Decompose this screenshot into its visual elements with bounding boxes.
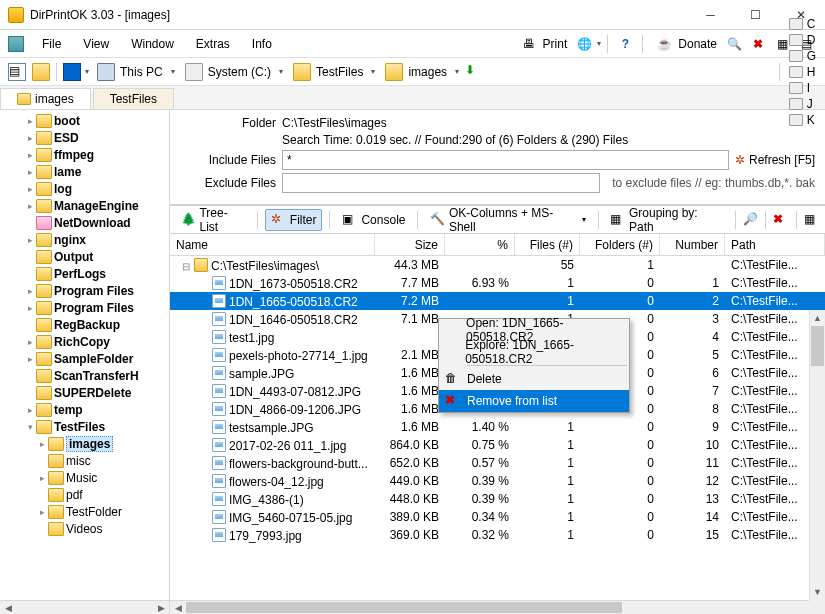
crumb-dir1[interactable]: TestFiles <box>287 62 367 82</box>
expander-icon[interactable]: ▸ <box>24 167 36 177</box>
tab-testfiles[interactable]: TestFiles <box>93 88 174 109</box>
tree-item[interactable]: Output <box>0 248 169 265</box>
treelist-button[interactable]: 🌲Tree-List <box>176 204 250 236</box>
table-row[interactable]: flowers-04_12.jpg449.0 KB0.39 %1012C:\Te… <box>170 472 825 490</box>
tree-item[interactable]: ▸Music <box>0 469 169 486</box>
tree-item[interactable]: misc <box>0 452 169 469</box>
expander-icon[interactable]: ▾ <box>24 422 36 432</box>
drive-I[interactable]: I <box>784 80 819 96</box>
ctx-remove[interactable]: ✖Remove from list <box>439 390 629 412</box>
expander-icon[interactable]: ▸ <box>24 133 36 143</box>
menu-extras[interactable]: Extras <box>186 34 240 54</box>
tree-item[interactable]: ▸TestFolder <box>0 503 169 520</box>
menu-file-icon[interactable] <box>8 36 24 52</box>
grid-h-scrollbar[interactable]: ◀▶ <box>170 600 825 614</box>
ctx-delete[interactable]: 🗑Delete <box>439 368 629 390</box>
menu-file[interactable]: File <box>32 34 71 54</box>
menu-window[interactable]: Window <box>121 34 184 54</box>
help-icon[interactable]: ? <box>616 35 634 53</box>
exclude-input[interactable] <box>282 173 600 193</box>
expander-icon[interactable]: ▸ <box>24 150 36 160</box>
tree-item[interactable]: ▸lame <box>0 163 169 180</box>
menu-info[interactable]: Info <box>242 34 282 54</box>
tree-item[interactable]: pdf <box>0 486 169 503</box>
expander-icon[interactable]: ▸ <box>36 473 48 483</box>
expander-icon[interactable]: ▸ <box>24 116 36 126</box>
okcolumns-button[interactable]: 🔨OK-Columns + MS-Shell▾ <box>425 204 590 236</box>
tree-item[interactable]: SUPERDelete <box>0 384 169 401</box>
tree-item[interactable]: ▸boot <box>0 112 169 129</box>
search-icon[interactable]: 🔍 <box>725 35 743 53</box>
tree-item[interactable]: ▸Program Files <box>0 282 169 299</box>
globe-icon[interactable]: 🌐 <box>575 35 593 53</box>
folder-tree[interactable]: ▸boot▸ESD▸ffmpeg▸lame▸log▸ManageEngineNe… <box>0 110 169 600</box>
list-icon[interactable]: ▤ <box>8 63 26 81</box>
tree-item[interactable]: ▸ffmpeg <box>0 146 169 163</box>
table-row[interactable]: 2017-02-26 011_1.jpg864.0 KB0.75 %1010C:… <box>170 436 825 454</box>
refresh-button[interactable]: ✲Refresh [F5] <box>735 153 815 167</box>
expander-icon[interactable]: ▸ <box>36 439 48 449</box>
expander-icon[interactable]: ▸ <box>24 303 36 313</box>
table-row[interactable]: 1DN_1673-050518.CR27.7 MB6.93 %101C:\Tes… <box>170 274 825 292</box>
expander-icon[interactable]: ▸ <box>24 184 36 194</box>
table-row[interactable]: 1DN_1665-050518.CR27.2 MB102C:\TestFile.… <box>170 292 825 310</box>
remove-x-icon[interactable]: ✖ <box>773 212 789 228</box>
donate-button[interactable]: ☕Donate <box>649 33 721 55</box>
tree-item[interactable]: NetDownload <box>0 214 169 231</box>
screen-icon[interactable] <box>63 63 81 81</box>
drive-G[interactable]: G <box>784 48 819 64</box>
tree-item[interactable]: ▸RichCopy <box>0 333 169 350</box>
drive-C[interactable]: C <box>784 16 819 32</box>
col-number[interactable]: Number <box>660 234 725 255</box>
tree-item[interactable]: ▸log <box>0 180 169 197</box>
filter-button[interactable]: ✲Filter <box>265 209 323 231</box>
col-name[interactable]: Name <box>170 234 375 255</box>
col-path[interactable]: Path <box>725 234 825 255</box>
crumb-dir2[interactable]: images <box>379 62 451 82</box>
tree-item[interactable]: ▸Program Files <box>0 299 169 316</box>
delete-red-icon[interactable]: ✖ <box>749 35 767 53</box>
folder-open-icon[interactable] <box>32 63 50 81</box>
col-size[interactable]: Size <box>375 234 445 255</box>
drive-D[interactable]: D <box>784 32 819 48</box>
search-icon[interactable]: 🔎 <box>743 212 759 228</box>
file-grid[interactable]: ⊟C:\TestFiles\images\44.3 MB551C:\TestFi… <box>170 256 825 600</box>
grid-header[interactable]: Name Size % Files (#) Folders (#) Number… <box>170 234 825 256</box>
expander-icon[interactable]: ▸ <box>36 507 48 517</box>
grid-v-scrollbar[interactable]: ▲▼ <box>809 310 825 600</box>
tree-item[interactable]: ▸ESD <box>0 129 169 146</box>
go-arrow-icon[interactable]: ⬇ <box>465 63 483 81</box>
table-row[interactable]: testsample.JPG1.6 MB1.40 %109C:\TestFile… <box>170 418 825 436</box>
expander-icon[interactable]: ▸ <box>24 354 36 364</box>
table-row[interactable]: IMG_4386-(1)448.0 KB0.39 %1013C:\TestFil… <box>170 490 825 508</box>
col-folders[interactable]: Folders (#) <box>580 234 660 255</box>
tree-item[interactable]: ▸nginx <box>0 231 169 248</box>
expander-icon[interactable]: ▸ <box>24 286 36 296</box>
include-input[interactable] <box>282 150 729 170</box>
tab-images[interactable]: images <box>0 88 91 109</box>
tree-item[interactable]: ▸images <box>0 435 169 452</box>
col-pct[interactable]: % <box>445 234 515 255</box>
maximize-button[interactable]: ☐ <box>733 1 778 29</box>
menu-view[interactable]: View <box>73 34 119 54</box>
minimize-button[interactable]: ─ <box>688 1 733 29</box>
expander-icon[interactable]: ▸ <box>24 201 36 211</box>
ctx-explore[interactable]: Explore: 1DN_1665-050518.CR2 <box>439 341 629 363</box>
expander-icon[interactable]: ▸ <box>24 337 36 347</box>
col-files[interactable]: Files (#) <box>515 234 580 255</box>
print-button[interactable]: 🖶Print <box>514 33 572 55</box>
crumb-thispc[interactable]: This PC <box>91 62 167 82</box>
console-button[interactable]: ▣Console <box>337 210 410 230</box>
tree-item[interactable]: ScanTransferH <box>0 367 169 384</box>
tree-h-scrollbar[interactable]: ◀▶ <box>0 600 169 614</box>
tree-item[interactable]: PerfLogs <box>0 265 169 282</box>
table-row[interactable]: ⊟C:\TestFiles\images\44.3 MB551C:\TestFi… <box>170 256 825 274</box>
tree-item[interactable]: ▸SampleFolder <box>0 350 169 367</box>
grouping-button[interactable]: ▦Grouping by: Path <box>605 204 727 236</box>
tree-item[interactable]: ▸ManageEngine <box>0 197 169 214</box>
expander-icon[interactable]: ▸ <box>24 235 36 245</box>
tree-item[interactable]: Videos <box>0 520 169 537</box>
table-row[interactable]: flowers-background-butt...652.0 KB0.57 %… <box>170 454 825 472</box>
drive-H[interactable]: H <box>784 64 819 80</box>
tree-item[interactable]: ▾TestFiles <box>0 418 169 435</box>
